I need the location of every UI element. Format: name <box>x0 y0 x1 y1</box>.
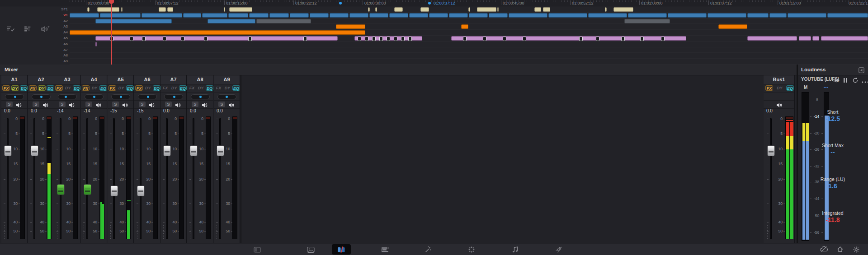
timeline-clip-v1[interactable] <box>469 13 488 18</box>
dy-button[interactable]: DY <box>11 85 19 91</box>
pan-control[interactable] <box>5 94 24 99</box>
eq-button[interactable]: EQ <box>126 85 134 91</box>
clip-keyframe-marker[interactable] <box>163 37 166 41</box>
clip-keyframe-marker[interactable] <box>379 37 383 41</box>
timeline-clip-v1[interactable] <box>628 13 667 18</box>
solo-button[interactable]: S <box>6 102 13 107</box>
clip-keyframe-marker[interactable] <box>483 37 486 41</box>
history-play-icon[interactable] <box>833 77 840 83</box>
clip-keyframe-marker[interactable] <box>130 37 133 41</box>
clip-keyframe-marker[interactable] <box>523 37 526 41</box>
timeline-clip-st1[interactable] <box>87 7 90 12</box>
fx-button[interactable]: FX <box>161 85 169 91</box>
eq-button[interactable]: EQ <box>232 85 240 91</box>
timeline-marker-icon[interactable] <box>339 2 342 5</box>
fader-handle[interactable] <box>190 145 198 156</box>
timeline-clip-v1[interactable] <box>228 13 248 18</box>
timeline-clip-v1[interactable] <box>269 13 289 18</box>
fader-track[interactable] <box>770 118 772 239</box>
track-label-a8[interactable]: A8 <box>57 53 68 58</box>
fx-button[interactable]: FX <box>55 85 63 91</box>
mute-button[interactable] <box>175 102 181 107</box>
timeline-clip-st1[interactable] <box>468 7 470 12</box>
eq-button[interactable]: EQ <box>20 85 28 91</box>
track-label-a2[interactable]: A2 <box>57 19 68 23</box>
fader-handle[interactable] <box>767 145 775 156</box>
clip-keyframe-marker[interactable] <box>142 37 146 41</box>
deliver-page-button[interactable] <box>554 246 563 254</box>
fusion-page-button[interactable] <box>424 246 433 254</box>
clip-keyframe-marker[interactable] <box>387 37 390 41</box>
mute-button[interactable] <box>149 102 155 107</box>
timeline-clip-v1[interactable] <box>202 13 227 18</box>
edit-page-button[interactable] <box>380 246 389 254</box>
timeline-clip-v1[interactable] <box>70 13 99 18</box>
mute-button[interactable] <box>95 102 102 107</box>
eq-button[interactable]: EQ <box>179 85 187 91</box>
timeline-clip-st1[interactable] <box>477 7 496 12</box>
color-page-button[interactable] <box>467 246 476 254</box>
track-label-a7[interactable]: A7 <box>57 48 68 52</box>
dy-button[interactable]: DY <box>91 85 99 91</box>
fx-button[interactable]: FX <box>135 85 143 91</box>
fader-track[interactable] <box>140 118 142 239</box>
timeline-ruler[interactable]: 01:00:00:0001:00:07:1201:00:15:0001:00:2… <box>0 0 868 6</box>
fader-track[interactable] <box>7 118 9 239</box>
timeline-clip-st1[interactable] <box>420 7 429 12</box>
timeline-clip-a5[interactable] <box>812 36 819 41</box>
solo-button[interactable]: S <box>33 102 39 107</box>
cloud-icon[interactable] <box>820 246 828 253</box>
clip-keyframe-marker[interactable] <box>621 37 625 41</box>
clip-keyframe-marker[interactable] <box>401 37 405 41</box>
timeline-clip-a3[interactable] <box>718 24 747 29</box>
mute-button[interactable] <box>69 102 75 107</box>
fairlight-page-button[interactable] <box>510 246 519 254</box>
timeline-options-icon[interactable] <box>6 25 16 33</box>
fx-button[interactable]: FX <box>765 85 773 91</box>
timeline-clip-v1[interactable] <box>310 13 329 18</box>
pan-control[interactable] <box>217 94 236 99</box>
timeline-clip-a2[interactable] <box>95 19 172 23</box>
timeline-clip-a5[interactable] <box>95 36 338 41</box>
timeline-clip-v1[interactable] <box>249 13 269 18</box>
mute-button[interactable] <box>122 102 128 107</box>
fader-handle[interactable] <box>57 184 65 195</box>
solo-button[interactable]: S <box>192 102 198 107</box>
solo-button[interactable]: S <box>165 102 172 107</box>
timeline-clip-v1[interactable] <box>588 13 627 18</box>
timeline-marker-icon[interactable] <box>428 2 431 5</box>
mute-button[interactable] <box>776 102 783 107</box>
mute-button[interactable] <box>228 102 235 107</box>
timeline-clip-st1[interactable] <box>159 7 166 12</box>
timeline-clip-v1[interactable] <box>668 13 707 18</box>
fader-handle[interactable] <box>4 145 12 156</box>
pause-icon[interactable] <box>843 77 850 83</box>
timeline-clip-v1[interactable] <box>788 13 826 18</box>
timeline-clip-a3[interactable] <box>461 24 468 29</box>
dy-button[interactable]: DY <box>38 85 46 91</box>
fader-track[interactable] <box>86 118 88 239</box>
fx-button[interactable]: FX <box>108 85 116 91</box>
clip-keyframe-marker[interactable] <box>204 37 208 41</box>
solo-button[interactable]: S <box>218 102 225 107</box>
timeline-clip-v1[interactable] <box>409 13 428 18</box>
pan-control[interactable] <box>164 94 183 99</box>
eq-button[interactable]: EQ <box>153 85 160 91</box>
timeline-clip-st1[interactable] <box>224 7 225 12</box>
track-label-a6[interactable]: A6 <box>57 42 68 46</box>
track-label-a9[interactable]: A9 <box>57 59 68 64</box>
timeline-clip-v1[interactable] <box>330 13 349 18</box>
timeline-clip-v1[interactable] <box>369 13 388 18</box>
fader-handle[interactable] <box>110 185 118 196</box>
timeline-clip-v1[interactable] <box>548 13 587 18</box>
timeline-clip-v1[interactable] <box>290 13 309 18</box>
timeline-clip-a5[interactable] <box>354 36 422 41</box>
timeline-clip-a5[interactable] <box>799 36 811 41</box>
timeline-clip-v1[interactable] <box>183 13 201 18</box>
timeline-clip-st1[interactable] <box>394 7 403 12</box>
timeline-clip-v1[interactable] <box>489 13 508 18</box>
fader-track[interactable] <box>113 118 115 239</box>
clip-keyframe-marker[interactable] <box>358 37 361 41</box>
timeline-clip-v1[interactable] <box>827 13 868 18</box>
clip-keyframe-marker[interactable] <box>661 37 665 41</box>
